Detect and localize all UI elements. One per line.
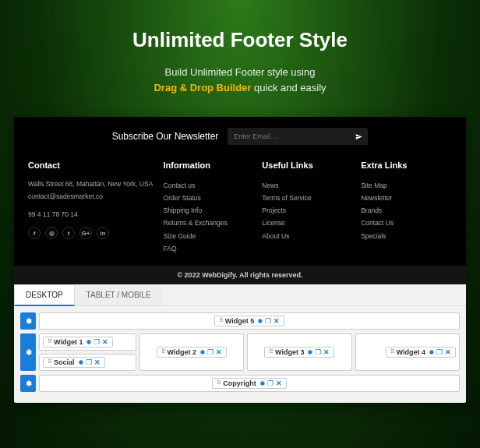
widget-settings-icon[interactable] [77,358,83,366]
info-link[interactable]: Order Status [164,192,255,204]
gear-icon [24,379,32,387]
info-link[interactable]: FAQ [164,242,255,255]
extra-link[interactable]: Site Map [361,179,452,192]
builder-area: ⠿ Widget 5 ❐ ✕ ⠿ Widget 1 [14,306,466,395]
widget-1[interactable]: ⠿ Widget 1 ❐ ✕ [43,337,113,347]
facebook-icon[interactable]: f [28,227,41,239]
info-link[interactable]: Size Guide [164,230,255,242]
newsletter-bar: Subscribe Our Newsletter [14,117,466,153]
drag-handle-icon[interactable]: ⠿ [269,348,273,355]
widget-4[interactable]: ⠿ Widget 4 ❐ ✕ [386,347,456,358]
widget-copyright[interactable]: ⠿ Copyright ❐ ✕ [212,378,287,389]
tab-desktop[interactable]: DESKTOP [14,284,75,306]
send-button[interactable] [349,129,368,143]
widget-settings-icon[interactable] [259,379,265,387]
extra-link[interactable]: Contact Us [361,217,452,229]
row-settings-button[interactable] [20,375,36,392]
widget-settings-icon[interactable] [256,317,263,325]
drag-handle-icon[interactable]: ⠿ [48,338,51,345]
gear-icon [24,317,32,325]
widget-close-icon[interactable]: ✕ [276,379,282,387]
widget-clone-icon[interactable]: ❐ [265,317,271,325]
linkedin-icon[interactable]: in [97,227,109,239]
contact-heading: Contact [28,161,156,170]
paper-plane-icon [355,133,362,140]
dropzone-stack: ⠿ Widget 1 ❐ ✕ ⠿ Social ❐ [39,333,136,371]
dropzone[interactable]: ⠿ Social ❐ ✕ [39,354,136,371]
extra-column: Extra Links Site Map Newsletter Brands C… [361,161,452,255]
useful-link[interactable]: About Us [262,230,353,242]
widget-clone-icon[interactable]: ❐ [207,348,214,356]
instagram-icon[interactable]: ◎ [45,227,58,239]
dropzone[interactable]: ⠿ Widget 2 ❐ ✕ [139,333,245,371]
extra-heading: Extra Links [361,161,452,170]
row-settings-button[interactable] [20,333,36,371]
info-link[interactable]: Returns & Exchanges [164,217,255,229]
email-input[interactable] [228,132,349,140]
subtitle-line1: Build Unlimited Footer style using [16,65,464,80]
dropzone[interactable]: ⠿ Widget 4 ❐ ✕ [355,333,461,371]
widget-close-icon[interactable]: ✕ [445,348,451,356]
widget-close-icon[interactable]: ✕ [102,338,108,346]
widget-clone-icon[interactable]: ❐ [436,348,443,356]
widget-label: Widget 2 [168,348,196,356]
useful-column: Useful Links News Terms of Service Proje… [262,161,353,255]
useful-link[interactable]: Terms of Service [262,192,353,204]
widget-settings-icon[interactable] [428,348,434,356]
extra-link[interactable]: Newsletter [361,192,452,204]
widget-clone-icon[interactable]: ❐ [86,358,92,366]
builder-row: ⠿ Copyright ❐ ✕ [20,375,460,392]
widget-settings-icon[interactable] [306,348,312,356]
widget-3[interactable]: ⠿ Widget 3 ❐ ✕ [264,347,334,358]
widget-2[interactable]: ⠿ Widget 2 ❐ ✕ [157,347,227,358]
page-title: Unlimited Footer Style [16,28,464,52]
widget-social[interactable]: ⠿ Social ❐ ✕ [43,357,105,368]
contact-email: contact@sadesmarket.co [28,192,156,202]
widget-clone-icon[interactable]: ❐ [94,338,100,346]
hero: Unlimited Footer Style Build Unlimited F… [0,0,480,109]
extra-link[interactable]: Specials [361,230,452,242]
footer-columns: Contact Walls Street 68, Mahattan, New Y… [14,153,466,266]
widget-close-icon[interactable]: ✕ [274,317,280,325]
dropzone[interactable]: ⠿ Widget 5 ❐ ✕ [39,312,460,330]
widget-clone-icon[interactable]: ❐ [267,379,274,387]
info-link[interactable]: Shipping Info [164,204,255,217]
widget-clone-icon[interactable]: ❐ [315,348,321,356]
widget-close-icon[interactable]: ✕ [323,348,330,356]
social-icons: f ◎ t G+ in [28,227,156,239]
subtitle-line2: Drag & Drop Builder quick and easily [16,80,464,96]
dropzone[interactable]: ⠿ Copyright ❐ ✕ [39,375,460,392]
useful-link[interactable]: News [262,179,353,192]
information-column: Information Contact us Order Status Ship… [164,161,255,255]
row-settings-button[interactable] [20,312,36,330]
widget-close-icon[interactable]: ✕ [94,358,101,366]
twitter-icon[interactable]: t [62,227,75,239]
dropzone[interactable]: ⠿ Widget 3 ❐ ✕ [247,333,352,371]
widget-settings-icon[interactable] [85,338,91,346]
contact-address: Walls Street 68, Mahattan, New York, USA [28,179,156,189]
gear-icon [24,348,32,356]
drag-handle-icon[interactable]: ⠿ [217,379,221,386]
builder-tabs: DESKTOP TABLET / MOBILE [14,284,466,306]
useful-link[interactable]: License [262,217,353,229]
widget-settings-icon[interactable] [199,348,205,356]
widget-5[interactable]: ⠿ Widget 5 ❐ ✕ [214,316,284,326]
dropzone[interactable]: ⠿ Widget 1 ❐ ✕ [39,333,136,351]
preview-panel: Subscribe Our Newsletter Contact Walls S… [14,117,466,403]
drag-handle-icon[interactable]: ⠿ [161,348,165,355]
subtitle-rest: quick and easily [251,82,326,93]
builder-row: ⠿ Widget 5 ❐ ✕ [20,312,460,330]
info-link[interactable]: Contact us [164,179,255,192]
drag-handle-icon[interactable]: ⠿ [219,317,223,324]
drag-handle-icon[interactable]: ⠿ [390,348,394,355]
extra-link[interactable]: Brands [361,204,452,217]
drag-handle-icon[interactable]: ⠿ [48,358,51,365]
google-plus-icon[interactable]: G+ [79,227,92,239]
widget-close-icon[interactable]: ✕ [216,348,222,356]
contact-column: Contact Walls Street 68, Mahattan, New Y… [28,161,156,255]
newsletter-label: Subscribe Our Newsletter [112,131,219,142]
tab-mobile[interactable]: TABLET / MOBILE [75,284,163,305]
useful-link[interactable]: Projects [262,204,353,217]
contact-phone: 99 4 11 78 70 14 [28,210,156,220]
widget-label: Widget 5 [225,317,254,325]
